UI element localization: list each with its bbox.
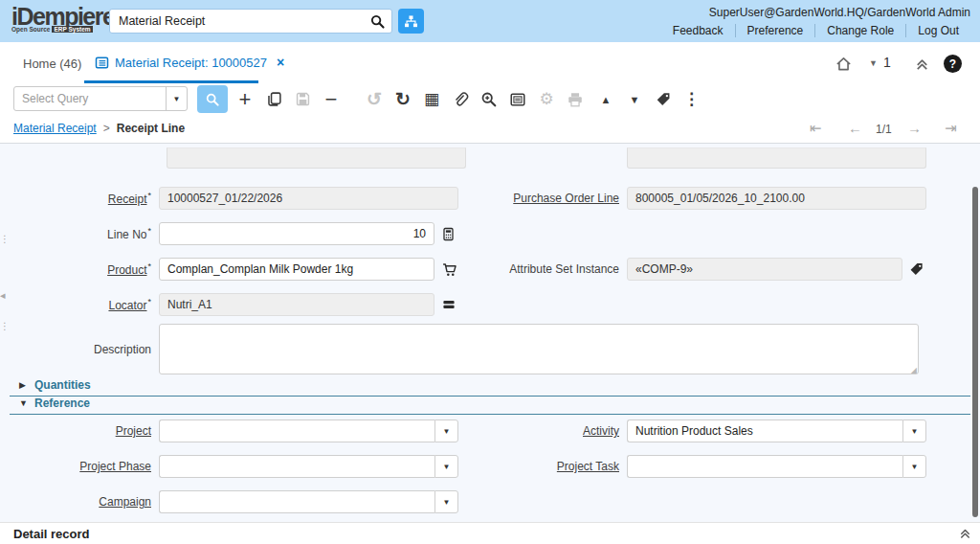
splitter-handle-icon[interactable]: ⋮: [0, 322, 10, 331]
calculator-icon[interactable]: [441, 226, 456, 242]
chevron-down-icon[interactable]: ▼: [902, 455, 926, 478]
locator-label: Locator*: [0, 297, 159, 312]
previous-record-icon[interactable]: ←: [848, 120, 862, 136]
chevron-down-icon[interactable]: ▼: [434, 419, 458, 442]
close-tab-icon[interactable]: ×: [277, 55, 284, 70]
more-options-icon[interactable]: ⋮: [679, 87, 704, 111]
help-icon: ?: [944, 55, 962, 73]
logout-link[interactable]: Log Out: [905, 24, 970, 37]
vertical-scrollbar[interactable]: [972, 144, 978, 522]
delete-record-icon[interactable]: −: [319, 87, 344, 111]
zoom-across-icon[interactable]: [477, 87, 501, 111]
app-logo[interactable]: iDempiere Open Source ERP System: [11, 4, 114, 33]
attachment-icon[interactable]: [448, 87, 473, 111]
splitter-handle-icon[interactable]: ⋮: [0, 235, 10, 244]
locator-field: Nutri_A1: [159, 293, 434, 316]
chevron-down-icon[interactable]: ▼: [434, 490, 458, 513]
window-list-icon: [95, 56, 109, 70]
splitter-collapse-icon[interactable]: ◂: [0, 290, 6, 300]
campaign-value[interactable]: [159, 490, 434, 513]
project-label: Project: [0, 424, 159, 438]
locator-icon[interactable]: [441, 297, 457, 312]
resize-handle-icon[interactable]: ◢: [911, 366, 917, 374]
project-phase-label: Project Phase: [0, 460, 159, 473]
activity-label: Activity: [482, 424, 627, 438]
attribute-set-instance-field: «COMP-9»: [627, 258, 902, 281]
copy-record-icon[interactable]: [261, 87, 286, 111]
campaign-combobox[interactable]: ▼: [159, 490, 458, 513]
chevron-down-icon[interactable]: ▼: [166, 87, 187, 110]
feedback-link[interactable]: Feedback: [661, 24, 735, 37]
undo-icon[interactable]: ↺: [362, 87, 387, 111]
search-icon: [205, 92, 220, 107]
project-task-label: Project Task: [482, 460, 627, 473]
breadcrumb-separator: >: [103, 122, 110, 135]
requery-icon[interactable]: ↻: [390, 87, 415, 111]
menu-tree-button[interactable]: [398, 9, 424, 34]
change-role-link[interactable]: Change Role: [814, 24, 905, 37]
toggle-grid-icon[interactable]: ▦: [419, 87, 444, 111]
select-query-combobox[interactable]: Select Query ▼: [13, 86, 188, 111]
collapse-header-icon[interactable]: [914, 56, 930, 72]
line-no-field[interactable]: 10: [159, 222, 434, 245]
breadcrumb-parent-link[interactable]: Material Receipt: [13, 122, 97, 135]
tab-bar: Home (46) Material Receipt: 10000527 × ▼…: [0, 42, 980, 84]
tab-material-receipt[interactable]: Material Receipt: 10000527 ×: [95, 55, 284, 70]
project-phase-combobox[interactable]: ▼: [159, 455, 458, 478]
chevron-down-icon[interactable]: ▼: [902, 419, 926, 442]
chat-icon[interactable]: [505, 87, 530, 111]
clipped-field-right: [627, 147, 926, 169]
new-record-icon[interactable]: +: [233, 87, 257, 111]
home-icon[interactable]: [835, 55, 853, 73]
find-record-button[interactable]: [197, 85, 228, 113]
description-textarea[interactable]: ◢: [159, 324, 919, 374]
active-tab-underline: [84, 80, 258, 83]
activity-value[interactable]: Nutrition Product Sales: [627, 419, 902, 442]
product-cart-icon[interactable]: [441, 261, 457, 278]
receipt-line-form: Receipt* 10000527_01/22/2026 Purchase Or…: [0, 144, 980, 522]
project-task-value[interactable]: [627, 455, 902, 478]
product-label: Product*: [0, 261, 159, 277]
receipt-label: Receipt*: [0, 191, 159, 206]
project-task-combobox[interactable]: ▼: [627, 455, 926, 478]
product-field[interactable]: Complan_Complan Milk Powder 1kg: [159, 258, 434, 281]
app-header: iDempiere Open Source ERP System Materia…: [0, 0, 980, 42]
first-record-icon[interactable]: ⇤: [810, 120, 822, 137]
section-reference[interactable]: ▼ Reference: [10, 397, 970, 415]
tab-home[interactable]: Home (46): [23, 57, 81, 71]
expand-detail-icon[interactable]: [958, 526, 972, 540]
save-icon[interactable]: [290, 87, 315, 111]
section-quantities[interactable]: ▶ Quantities: [10, 378, 970, 397]
user-info: SuperUser@GardenWorld.HQ/GardenWorld Adm…: [661, 6, 970, 19]
help-button[interactable]: ?: [944, 55, 962, 73]
detail-record-bar: Detail record: [0, 522, 980, 544]
window-dropdown-icon[interactable]: ▼: [869, 58, 878, 68]
clipped-field-left: [167, 147, 466, 169]
process-gear-icon[interactable]: ⚙: [534, 87, 559, 111]
description-label: Description: [0, 343, 159, 356]
global-search-input[interactable]: Material Receipt: [109, 9, 392, 34]
campaign-label: Campaign: [0, 495, 159, 509]
search-icon[interactable]: [369, 13, 386, 30]
project-combobox[interactable]: ▼: [159, 419, 458, 442]
parent-record-icon[interactable]: ▲: [593, 87, 618, 111]
chevron-down-icon[interactable]: ▼: [434, 455, 458, 478]
attribute-set-instance-label: Attribute Set Instance: [482, 262, 627, 276]
project-phase-value[interactable]: [159, 455, 434, 478]
breadcrumb-current: Receipt Line: [117, 122, 185, 135]
window-toolbar: Select Query ▼ + − ↺ ↻ ▦ ⚙ ▲ ▼ ⋮: [0, 84, 980, 114]
preference-link[interactable]: Preference: [735, 24, 815, 37]
next-record-icon[interactable]: →: [907, 120, 922, 136]
breadcrumb-bar: Material Receipt > Receipt Line ⇤ ← 1/1 …: [0, 114, 980, 144]
scrollbar-thumb[interactable]: [972, 187, 978, 517]
last-record-icon[interactable]: ⇥: [945, 120, 957, 137]
section-quantities-label: Quantities: [34, 378, 91, 392]
attribute-tag-icon[interactable]: [909, 261, 924, 277]
activity-combobox[interactable]: Nutrition Product Sales ▼: [627, 419, 926, 442]
purchase-order-line-label: Purchase Order Line: [482, 192, 627, 205]
print-icon[interactable]: [563, 87, 588, 111]
project-value[interactable]: [159, 419, 434, 442]
section-reference-label: Reference: [34, 397, 90, 410]
label-tag-icon[interactable]: [651, 87, 676, 111]
detail-record-icon[interactable]: ▼: [622, 87, 647, 111]
